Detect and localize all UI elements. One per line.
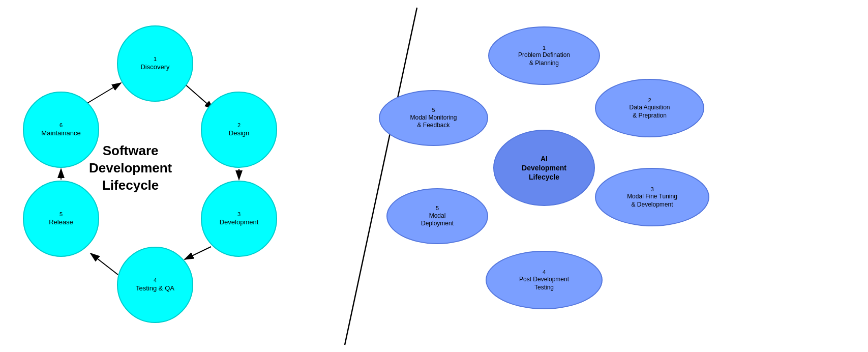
node-ai-center: AIDevelopmentLifecycle [493,130,595,206]
node-discovery-number: 1 [154,55,157,63]
node-discovery: 1 Discovery [117,25,193,102]
node-maintainance-label: Maintainance [41,129,80,138]
node-monitoring-number: 5 [432,106,435,113]
node-release-label: Release [49,218,73,227]
node-ai-center-label: AIDevelopmentLifecycle [522,154,566,182]
node-testing-label: Testing & QA [136,284,174,293]
node-testing-number: 4 [154,277,157,284]
left-panel: 1 Discovery 2 Design 3 Development 4 Tes… [0,0,346,352]
node-maintainance-number: 6 [59,122,63,129]
node-problem-label: Problem Defination& Planning [518,51,570,67]
node-data-label: Data Aquisition& Prepration [629,104,670,120]
svg-line-4 [91,253,118,275]
svg-line-7 [345,8,417,345]
node-posttest: 4 Post DevelopmentTesting [486,251,603,309]
node-deployment-label: ModalDeployment [421,212,454,228]
node-problem: 1 Problem Defination& Planning [488,26,600,85]
node-finetuning-number: 3 [650,186,653,193]
node-design-number: 2 [237,122,241,129]
node-development-label: Development [220,218,259,227]
node-monitoring: 5 Modal Monitoring& Feedback [379,90,488,146]
node-development: 3 Development [201,181,277,257]
sdlc-title: SoftwareDevelopmentLifecycle [89,142,172,194]
node-discovery-label: Discovery [140,63,169,72]
node-development-number: 3 [237,211,241,218]
node-posttest-label: Post DevelopmentTesting [519,276,569,291]
node-problem-number: 1 [543,44,546,51]
svg-line-6 [85,83,121,104]
node-maintainance: 6 Maintainance [23,92,99,168]
node-data: 2 Data Aquisition& Prepration [595,79,704,137]
node-posttest-number: 4 [543,269,546,276]
node-monitoring-label: Modal Monitoring& Feedback [410,114,457,130]
svg-line-3 [185,247,211,259]
node-deployment: 5 ModalDeployment [386,188,488,244]
node-release-number: 5 [59,211,63,218]
node-testing: 4 Testing & QA [117,247,193,323]
node-deployment-number: 5 [436,204,439,212]
main-container: 1 Discovery 2 Design 3 Development 4 Tes… [0,0,868,352]
node-finetuning-label: Modal Fine Tuning& Development [627,193,677,209]
node-design: 2 Design [201,92,277,168]
node-design-label: Design [229,129,249,138]
node-release: 5 Release [23,181,99,257]
node-data-number: 2 [648,97,651,104]
node-finetuning: 3 Modal Fine Tuning& Development [595,168,709,226]
